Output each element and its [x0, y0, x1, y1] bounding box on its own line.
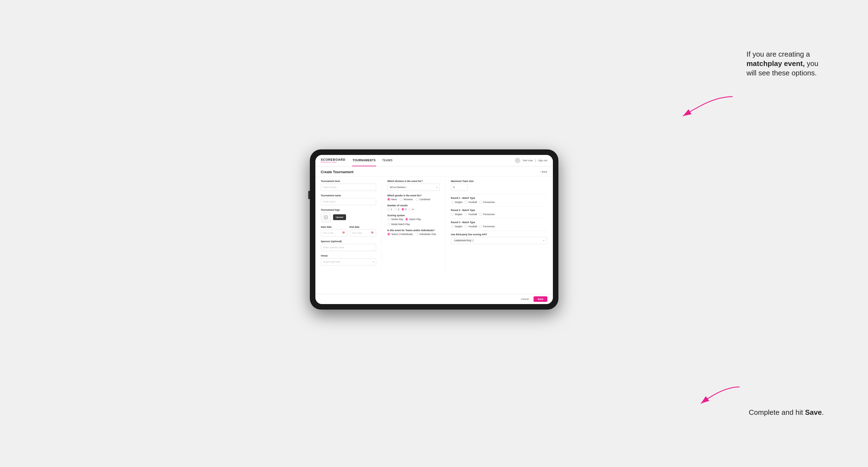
tournament-host-group: Tournament Host [321, 180, 376, 191]
round1-fourball[interactable]: Fourball [465, 201, 477, 204]
scoring-medal-radio[interactable] [388, 223, 390, 226]
tournament-host-input[interactable] [321, 184, 376, 191]
round2-fourball-radio[interactable] [465, 213, 467, 216]
end-date-input[interactable]: Pick a date 📅 [350, 229, 376, 237]
gender-combined[interactable]: Combined [415, 198, 430, 201]
page-header: Create Tournament ‹ Back [315, 166, 553, 177]
round1-singles-radio[interactable] [451, 201, 454, 204]
round3-foursomes[interactable]: Foursomes [479, 225, 495, 228]
round2-singles-label: Singles [455, 213, 463, 216]
tournament-name-label: Tournament name [321, 194, 376, 197]
round2-singles[interactable]: Singles [451, 213, 463, 216]
start-date-input[interactable]: Pick a date 📅 [321, 229, 347, 237]
rounds-group: Number of rounds 1 2 [388, 204, 440, 211]
round3-foursomes-radio[interactable] [479, 225, 482, 228]
gender-mens[interactable]: Mens [388, 198, 397, 201]
gender-combined-radio[interactable] [415, 198, 418, 201]
annotation-bold-matchplay: matchplay event, [746, 59, 805, 68]
round-1[interactable]: 1 [388, 208, 393, 211]
api-chevron-icon: ▼ [543, 240, 545, 241]
individuals-label-text: Individuals Only [420, 233, 436, 236]
teams-option[interactable]: Teams (+Individuals) [388, 233, 413, 236]
teams-radio[interactable] [388, 233, 390, 236]
round1-foursomes-radio[interactable] [479, 201, 482, 204]
round3-label: Round 3 - Match Type [451, 221, 547, 224]
division-select[interactable]: NCAA Division I [388, 184, 440, 191]
individuals-option[interactable]: Individuals Only [415, 233, 436, 236]
round2-fourball[interactable]: Fourball [465, 213, 477, 216]
top-nav: SCOREBOARD Powered by clippit TOURNAMENT… [315, 155, 553, 166]
round1-fourball-radio[interactable] [465, 201, 467, 204]
gender-womens[interactable]: Womens [400, 198, 412, 201]
max-team-size-group: Maximum Team Size [451, 180, 547, 191]
round3-singles[interactable]: Singles [451, 225, 463, 228]
tournament-logo-label: Tournament logo [321, 209, 376, 211]
scoring-match-radio[interactable] [405, 218, 408, 221]
scoring-stroke-radio[interactable] [388, 218, 390, 221]
round-2-label: 2 [398, 208, 399, 211]
round2-foursomes[interactable]: Foursomes [479, 213, 495, 216]
signout-link[interactable]: Sign out [538, 159, 547, 162]
round2-fourball-label: Fourball [468, 213, 477, 216]
round3-fourball[interactable]: Fourball [465, 225, 477, 228]
divider-1 [451, 194, 547, 194]
round-2-radio[interactable] [394, 208, 397, 211]
bottom-arrow [698, 381, 742, 409]
round2-label: Round 2 - Match Type [451, 209, 547, 212]
round3-singles-radio[interactable] [451, 225, 454, 228]
logo-area: SCOREBOARD Powered by clippit [321, 158, 345, 163]
scoring-stroke[interactable]: Stroke Play [388, 218, 403, 221]
round2-match-type: Round 2 - Match Type Singles Fourball [451, 209, 547, 216]
right-annotation: If you are creating a matchplay event, y… [746, 50, 824, 77]
start-date-calendar-icon: 📅 [342, 232, 345, 234]
round-1-radio[interactable] [388, 208, 390, 211]
division-label: Which division is the event for? [388, 180, 440, 183]
scoring-match[interactable]: Match Play [405, 218, 421, 221]
gender-mens-radio[interactable] [388, 198, 390, 201]
individuals-radio[interactable] [415, 233, 418, 236]
upload-button[interactable]: Upload [333, 214, 346, 220]
scoring-medal-label: Medal Match Play [391, 223, 410, 226]
scoring-stroke-label: Stroke Play [391, 218, 403, 221]
round-3-radio[interactable] [402, 208, 404, 211]
api-select[interactable]: Leaderboard King × ▼ [451, 237, 547, 244]
api-clear-icon[interactable]: × [472, 239, 473, 242]
round1-singles[interactable]: Singles [451, 201, 463, 204]
round-4-radio[interactable] [409, 208, 411, 211]
back-label: Back [541, 170, 547, 173]
back-button[interactable]: ‹ Back [540, 170, 547, 173]
round1-foursomes[interactable]: Foursomes [479, 201, 495, 204]
nav-teams[interactable]: TEAMS [382, 155, 393, 166]
annotation-bottom-text1: Complete and hit [749, 408, 805, 416]
end-date-calendar-icon: 📅 [371, 232, 374, 234]
venue-input[interactable] [321, 258, 376, 266]
scoring-group: Scoring system Stroke Play Match Play [388, 214, 440, 226]
side-button [308, 191, 310, 199]
scoring-medal[interactable]: Medal Match Play [388, 223, 410, 226]
save-button[interactable]: Save [533, 296, 547, 302]
gender-womens-radio[interactable] [400, 198, 402, 201]
divider-4 [451, 230, 547, 231]
round2-singles-radio[interactable] [451, 213, 454, 216]
round-1-label: 1 [391, 208, 393, 211]
scoring-radio-group: Stroke Play Match Play Medal Match Play [388, 218, 440, 226]
round-3[interactable]: 3 [402, 208, 406, 211]
tournament-name-input[interactable] [321, 198, 376, 205]
round-4[interactable]: 4 [409, 208, 414, 211]
nav-tournaments[interactable]: TOURNAMENTS [352, 155, 376, 166]
round1-singles-label: Singles [455, 201, 463, 204]
sponsor-input[interactable] [321, 244, 376, 251]
divider-2 [451, 206, 547, 207]
round3-options: Singles Fourball Foursomes [451, 225, 547, 228]
round1-label: Round 1 - Match Type [451, 197, 547, 199]
nav-right: Test User | Sign out [515, 158, 547, 163]
max-team-size-input[interactable] [451, 184, 468, 191]
api-label: Use third-party live scoring API? [451, 233, 547, 236]
cancel-button[interactable]: Cancel [518, 296, 531, 302]
logo-upload-area: Upload [321, 212, 376, 222]
round3-fourball-radio[interactable] [465, 225, 467, 228]
round2-foursomes-radio[interactable] [479, 213, 482, 216]
round-2[interactable]: 2 [394, 208, 399, 211]
end-date-placeholder: Pick a date [352, 232, 362, 234]
divider-3 [451, 218, 547, 219]
